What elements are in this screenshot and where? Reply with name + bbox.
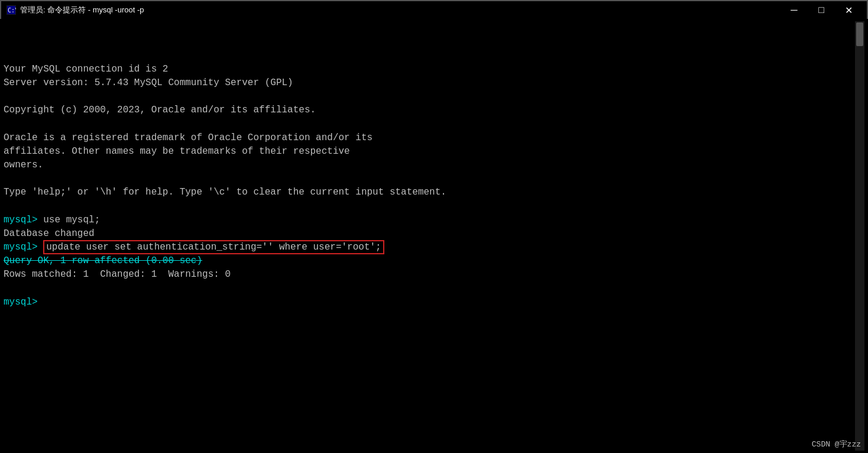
- terminal-line-17: [4, 282, 855, 296]
- terminal-line-6: Oracle is a registered trademark of Orac…: [4, 131, 855, 145]
- terminal-line-2: Server version: 5.7.43 MySQL Community S…: [4, 76, 855, 90]
- query-result: Query OK, 1 row affected (0.00 sec): [4, 255, 202, 266]
- maximize-button[interactable]: □: [808, 1, 835, 20]
- terminal-content: Your MySQL connection id is 2 Server ver…: [4, 21, 855, 451]
- terminal-line-18: mysql>: [4, 296, 855, 309]
- terminal-line-3: [4, 90, 855, 103]
- terminal-line-13: Database changed: [4, 227, 855, 241]
- svg-text:C:\: C:\: [8, 7, 16, 14]
- terminal-line-1: Your MySQL connection id is 2: [4, 63, 855, 76]
- title-bar-text: 管理员: 命令提示符 - mysql -uroot -p: [20, 5, 780, 15]
- terminal-line-11: [4, 199, 855, 213]
- command-1: use mysql;: [43, 215, 100, 225]
- terminal-line-7: affiliates. Other names may be trademark…: [4, 145, 855, 158]
- terminal-body[interactable]: Your MySQL connection id is 2 Server ver…: [0, 19, 868, 453]
- terminal-window: C:\ 管理员: 命令提示符 - mysql -uroot -p ─ □ ✕ Y…: [0, 0, 868, 453]
- scrollbar-thumb[interactable]: [856, 22, 863, 46]
- scrollbar[interactable]: [855, 21, 864, 451]
- minimize-button[interactable]: ─: [780, 1, 808, 20]
- highlighted-command: update user set authentication_string=''…: [43, 240, 384, 254]
- title-bar-controls: ─ □ ✕: [780, 1, 862, 20]
- prompt-1: mysql>: [4, 215, 43, 225]
- prompt-3: mysql>: [4, 297, 38, 308]
- terminal-line-14: mysql> update user set authentication_st…: [4, 241, 855, 254]
- terminal-line-8: owners.: [4, 158, 855, 172]
- terminal-line-4: Copyright (c) 2000, 2023, Oracle and/or …: [4, 103, 855, 117]
- cmd-icon: C:\: [6, 5, 17, 15]
- terminal-line-10: Type 'help;' or '\h' for help. Type '\c'…: [4, 186, 855, 199]
- terminal-line-15: Query OK, 1 row affected (0.00 sec): [4, 254, 855, 268]
- command-2: update user set authentication_string=''…: [46, 242, 381, 253]
- prompt-2: mysql>: [4, 242, 43, 253]
- terminal-line-9: [4, 172, 855, 186]
- close-button[interactable]: ✕: [835, 1, 862, 20]
- terminal-line-5: [4, 117, 855, 131]
- terminal-line-12: mysql> use mysql;: [4, 213, 855, 227]
- watermark: CSDN @宇zzz: [812, 439, 861, 449]
- terminal-line-16: Rows matched: 1 Changed: 1 Warnings: 0: [4, 268, 855, 281]
- title-bar: C:\ 管理员: 命令提示符 - mysql -uroot -p ─ □ ✕: [0, 0, 868, 19]
